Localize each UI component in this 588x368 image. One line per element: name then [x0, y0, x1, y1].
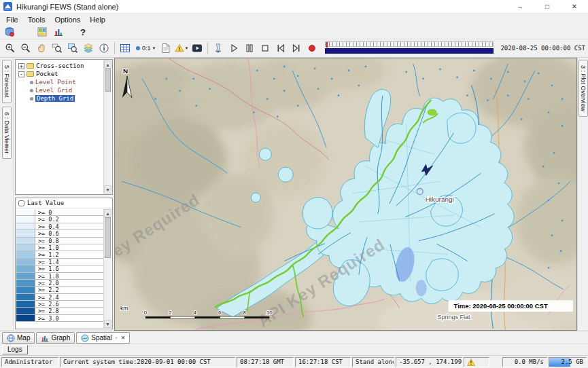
- zoom-in-button[interactable]: [3, 41, 18, 56]
- pan-hand-icon: [36, 43, 47, 54]
- last-value-checkbox[interactable]: [18, 200, 24, 206]
- map-time-label: Time: 2020-08-25 00:00:00 CST: [449, 300, 573, 312]
- tab-forecast[interactable]: 5 : Forecast: [2, 60, 12, 103]
- legend-label: >= 2.4: [35, 294, 103, 301]
- legend-row[interactable]: >= 0.8: [16, 238, 103, 244]
- legend-label: >= 1.6: [35, 265, 103, 272]
- stop-button[interactable]: [258, 41, 273, 56]
- record-button[interactable]: [305, 41, 319, 56]
- grid-display-button[interactable]: [118, 41, 133, 56]
- scrollbar-thumb[interactable]: [105, 69, 111, 92]
- tree-item-level-grid[interactable]: Level Grid: [16, 86, 103, 94]
- legend-row[interactable]: >= 0.4: [16, 223, 103, 230]
- menu-tools[interactable]: Tools: [23, 15, 50, 24]
- status-mode: Stand alone: [352, 357, 394, 367]
- legend-label: >= 1.4: [35, 259, 103, 265]
- document-button[interactable]: [158, 41, 173, 56]
- legend-label: >= 2.6: [35, 301, 103, 308]
- tab-graph[interactable]: Graph: [36, 332, 75, 344]
- legend-row[interactable]: >= 2.8: [16, 308, 103, 314]
- legend-row[interactable]: >= 1.6: [16, 265, 103, 272]
- warning-icon: [467, 358, 475, 366]
- pause-button[interactable]: [242, 41, 257, 56]
- deep-water-patch: [416, 280, 427, 296]
- warnings-dropdown-button[interactable]: ▼: [174, 41, 189, 56]
- time-slider[interactable]: [325, 41, 494, 55]
- help-button[interactable]: ?: [75, 24, 90, 39]
- menu-options[interactable]: Options: [50, 15, 85, 24]
- layers-button[interactable]: [81, 41, 96, 56]
- step-back-button[interactable]: [273, 41, 288, 56]
- legend-row[interactable]: >= 3.0: [16, 315, 103, 322]
- tree-item-label: Pocket: [36, 71, 58, 77]
- panel-maximize-icon[interactable]: ▫: [116, 335, 118, 341]
- legend-row[interactable]: >= 1.4: [16, 259, 103, 265]
- info-button[interactable]: [97, 41, 111, 56]
- play-button[interactable]: [226, 41, 241, 56]
- minimize-button[interactable]: –: [506, 0, 534, 14]
- menu-file[interactable]: File: [1, 15, 23, 24]
- database-icon: [4, 26, 15, 37]
- legend-row[interactable]: >= 2.6: [16, 301, 103, 308]
- layers-icon: [83, 43, 94, 54]
- zoom-extent-button[interactable]: [65, 41, 80, 56]
- legend-row[interactable]: >= 1.8: [16, 273, 103, 280]
- tree-item-label-selected: Depth Grid: [35, 95, 75, 102]
- scroll-up-icon[interactable]: ▲: [104, 60, 111, 69]
- step-forward-button[interactable]: [289, 41, 304, 56]
- legend-row[interactable]: >= 0.6: [16, 230, 103, 237]
- menu-help[interactable]: Help: [85, 15, 110, 24]
- tab-label: Spatial: [91, 334, 112, 342]
- pan-button[interactable]: [34, 41, 49, 56]
- legend-row[interactable]: >= 1.2: [16, 251, 103, 258]
- tree-item-pocket[interactable]: - Pocket: [16, 70, 103, 78]
- legend-row[interactable]: >= 0: [16, 209, 103, 216]
- tab-spatial[interactable]: Spatial ▫ ✕: [76, 332, 130, 344]
- scroll-up-icon[interactable]: ▲: [104, 209, 111, 217]
- bottom-tab-bar: Map Graph Spatial ▫ ✕: [0, 331, 588, 344]
- map-display-icon: [37, 26, 48, 37]
- maximize-button[interactable]: □: [534, 0, 561, 14]
- legend-row[interactable]: >= 2.4: [16, 294, 103, 301]
- legend-row[interactable]: >= 2.2: [16, 287, 103, 293]
- legend-row[interactable]: >= 1.0: [16, 244, 103, 251]
- legend-color-swatch: [16, 259, 35, 265]
- scrollbar-thumb[interactable]: [105, 217, 111, 258]
- tree-item-depth-grid[interactable]: Depth Grid: [16, 94, 103, 103]
- tab-map[interactable]: Map: [2, 332, 35, 344]
- export-snapshot-button[interactable]: [211, 41, 226, 56]
- close-button[interactable]: ✕: [561, 0, 588, 14]
- zoom-rectangle-button[interactable]: [50, 41, 65, 56]
- tree-item-cross-section[interactable]: + Cross-section: [16, 62, 103, 70]
- expand-icon[interactable]: +: [18, 63, 24, 69]
- north-label: N: [123, 67, 128, 75]
- document-icon: [160, 43, 171, 54]
- spatial-icon: [81, 334, 89, 342]
- scale-tick: 2: [169, 310, 172, 316]
- tab-plot-overview[interactable]: 3 : Plot Overview: [578, 60, 588, 117]
- tab-data-viewer[interactable]: 6 : Data Viewer: [2, 107, 12, 159]
- tree-scrollbar[interactable]: ▲ ▼: [103, 60, 111, 194]
- toolbar-datetime: 2020-08-25 00:00:00 CST: [500, 45, 585, 52]
- tree-item-level-point[interactable]: Level Point: [16, 78, 103, 86]
- panel-close-icon[interactable]: ✕: [121, 335, 126, 341]
- current-time-marker[interactable]: [326, 42, 328, 48]
- collapse-icon[interactable]: -: [18, 71, 24, 77]
- map-canvas[interactable]: API Key Required API Key Required Hikura…: [114, 58, 577, 331]
- leaf-node-icon: [30, 97, 33, 100]
- scroll-down-icon[interactable]: ▼: [104, 185, 111, 194]
- legend-row[interactable]: >= 2.0: [16, 280, 103, 287]
- animation-display-button[interactable]: [190, 41, 205, 56]
- zoom-out-icon: [20, 43, 31, 54]
- zoom-out-button[interactable]: [18, 41, 33, 56]
- logs-button[interactable]: Logs: [2, 345, 28, 354]
- legend-scrollbar[interactable]: ▲ ▼: [103, 209, 111, 328]
- scroll-down-icon[interactable]: ▼: [104, 320, 111, 328]
- app-icon: [3, 2, 12, 11]
- legend-row[interactable]: >= 0.2: [16, 216, 103, 223]
- map-display-button[interactable]: [35, 24, 50, 39]
- status-warning-cell[interactable]: [464, 357, 489, 367]
- grid-scale-dropdown[interactable]: 0:1 ▼: [133, 44, 158, 52]
- chart-display-button[interactable]: [51, 24, 66, 39]
- database-button[interactable]: [2, 24, 17, 39]
